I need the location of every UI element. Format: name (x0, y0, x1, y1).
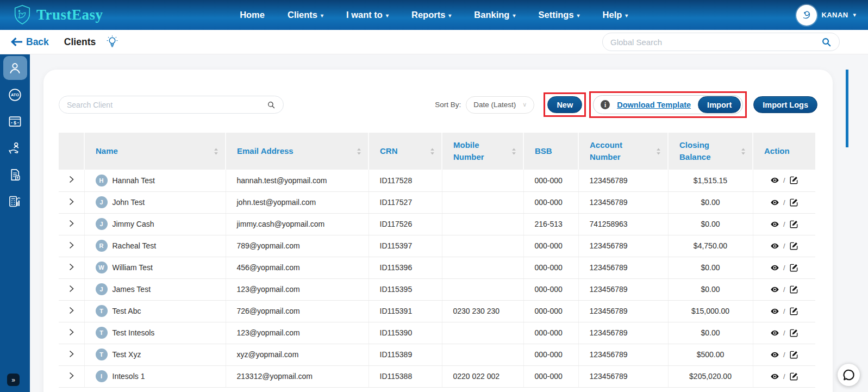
edit-icon[interactable] (789, 263, 798, 272)
sort-icon[interactable] (214, 148, 218, 155)
edit-icon[interactable] (789, 220, 798, 229)
nav-item-banking[interactable]: Banking ▾ (474, 10, 515, 20)
brand-logo[interactable]: TrustEasy (12, 4, 137, 26)
column-header-label: CRN (380, 145, 398, 157)
balance-cell: $0.00 (668, 322, 753, 344)
mobile-cell (442, 235, 523, 257)
view-icon[interactable] (770, 372, 779, 381)
sidebar-item-accounting[interactable] (3, 189, 27, 213)
nav-item-i-want-to[interactable]: I want to ▾ (346, 10, 389, 20)
sort-icon[interactable] (511, 148, 516, 155)
balance-cell: $0.00 (668, 191, 753, 213)
chevron-right-icon (69, 220, 74, 227)
client-name: Test Intesols (113, 328, 155, 337)
edit-icon[interactable] (789, 372, 798, 381)
import-logs-button[interactable]: Import Logs (753, 96, 817, 113)
column-header-bsb[interactable]: BSB (523, 133, 578, 170)
brand-name: TrustEasy (36, 7, 103, 23)
sort-icon[interactable] (656, 148, 661, 155)
crn-cell: ID115396 (369, 257, 442, 278)
expand-row-cell[interactable] (59, 322, 84, 344)
chevron-down-icon: ▾ (448, 13, 451, 18)
edit-icon[interactable] (789, 285, 798, 294)
view-icon[interactable] (770, 241, 779, 251)
view-icon[interactable] (770, 198, 779, 207)
sidebar-item-payroll[interactable] (3, 136, 27, 160)
chat-button[interactable] (838, 364, 860, 386)
download-template-link[interactable]: Download Template (617, 101, 691, 109)
account-cell: 123456789 (578, 365, 668, 387)
view-icon[interactable] (770, 350, 779, 359)
view-icon[interactable] (770, 328, 779, 338)
view-icon[interactable] (770, 285, 779, 294)
name-cell: TTest Intesols (84, 322, 226, 344)
user-menu[interactable]: KANAN ▾ (796, 5, 856, 26)
payment-window-icon: $ (8, 114, 22, 129)
edit-icon[interactable] (789, 241, 798, 251)
sidebar-expand-button[interactable]: » (7, 374, 20, 386)
view-icon[interactable] (770, 220, 779, 229)
mobile-cell: 0220 022 002 (442, 365, 523, 387)
expand-row-cell[interactable] (59, 300, 84, 322)
scrollbar-thumb[interactable] (846, 70, 848, 147)
clients-table: Name Email Address CRN Mobile Number (59, 133, 815, 388)
search-icon[interactable] (821, 37, 832, 47)
info-icon[interactable]: i (601, 100, 610, 109)
client-search-input[interactable] (67, 101, 263, 109)
expand-row-cell[interactable] (59, 235, 84, 257)
nav-item-clients[interactable]: Clients ▾ (288, 10, 323, 20)
sort-by-label: Sort By: (435, 101, 461, 109)
column-header-name[interactable]: Name (84, 133, 226, 170)
search-icon[interactable] (267, 101, 276, 109)
sidebar-item-reports[interactable] (3, 163, 27, 186)
ato-icon: ATO (8, 88, 22, 102)
bsb-cell: 000-000 (523, 344, 578, 365)
sort-icon[interactable] (357, 148, 361, 155)
column-header-mobile[interactable]: Mobile Number (442, 133, 523, 170)
nav-item-label: Banking (474, 10, 509, 20)
nav-item-help[interactable]: Help ▾ (603, 10, 628, 20)
edit-icon[interactable] (789, 350, 798, 359)
column-header-crn[interactable]: CRN (369, 133, 442, 170)
column-header-action[interactable]: Action (753, 133, 815, 170)
sort-icon[interactable] (741, 148, 746, 155)
view-icon[interactable] (770, 263, 779, 272)
edit-icon[interactable] (789, 307, 798, 316)
view-icon[interactable] (770, 176, 779, 185)
expand-row-cell[interactable] (59, 170, 84, 191)
import-button[interactable]: Import (698, 96, 741, 113)
double-chevron-right-icon: » (11, 376, 15, 384)
lightbulb-icon[interactable] (105, 34, 119, 50)
nav-item-home[interactable]: Home (240, 10, 265, 20)
column-header-email[interactable]: Email Address (226, 133, 369, 170)
column-header-balance[interactable]: Closing Balance (668, 133, 753, 170)
sidebar-item-payments[interactable]: $ (3, 109, 27, 133)
expand-row-cell[interactable] (59, 213, 84, 235)
expand-row-cell[interactable] (59, 365, 84, 387)
expand-row-cell[interactable] (59, 278, 84, 300)
nav-item-settings[interactable]: Settings ▾ (538, 10, 579, 20)
sort-icon[interactable] (430, 148, 435, 155)
view-icon[interactable] (770, 307, 779, 316)
global-search-input[interactable] (610, 38, 817, 47)
nav-item-reports[interactable]: Reports ▾ (411, 10, 451, 20)
expand-row-cell[interactable] (59, 344, 84, 365)
crn-cell: ID115390 (369, 322, 442, 344)
column-header-account[interactable]: Account Number (578, 133, 668, 170)
new-button[interactable]: New (547, 96, 582, 113)
email-cell: xyz@yopmail.com (226, 344, 369, 365)
chevron-right-icon (69, 372, 74, 379)
column-header-expand[interactable] (59, 133, 84, 170)
column-header-label: Email Address (237, 145, 294, 157)
name-cell: JJimmy Cash (84, 213, 226, 235)
sidebar-item-ato[interactable]: ATO (3, 83, 27, 107)
edit-icon[interactable] (789, 198, 798, 207)
sidebar-item-clients[interactable] (3, 56, 27, 80)
expand-row-cell[interactable] (59, 191, 84, 213)
edit-icon[interactable] (789, 176, 798, 185)
bsb-cell: 000-000 (523, 235, 578, 257)
back-button[interactable]: Back (11, 36, 49, 48)
sort-by-dropdown[interactable]: Date (Latest) ∨ (466, 96, 534, 114)
edit-icon[interactable] (789, 328, 798, 338)
expand-row-cell[interactable] (59, 257, 84, 278)
